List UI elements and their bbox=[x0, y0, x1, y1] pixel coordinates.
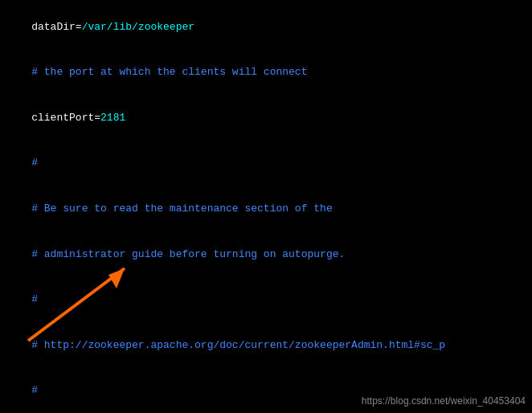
line-url: # http://zookeeper.apache.org/doc/curren… bbox=[6, 323, 526, 369]
line-comment-admin: # administrator guide before turning on … bbox=[6, 232, 526, 278]
watermark: https://blog.csdn.net/weixin_40453404 bbox=[362, 395, 526, 407]
line-comment-besure: # Be sure to read the maintenance sectio… bbox=[6, 186, 526, 232]
line-hash1: # bbox=[6, 141, 526, 187]
line-clientport: clientPort=2181 bbox=[6, 96, 526, 141]
line-comment-port: # the port at which the clients will con… bbox=[6, 51, 526, 96]
line-datadir: dataDir=/var/lib/zookeeper bbox=[6, 5, 526, 51]
terminal-window: dataDir=/var/lib/zookeeper # the port at… bbox=[0, 0, 532, 413]
line-hash2: # bbox=[6, 277, 526, 323]
